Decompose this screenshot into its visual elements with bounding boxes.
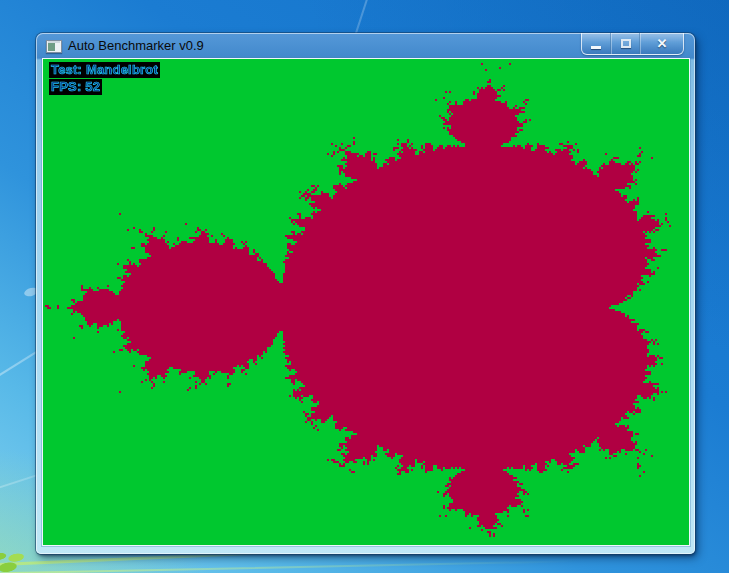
app-icon: [46, 40, 62, 53]
fps-label: FPS: 52: [49, 79, 102, 95]
window-controls: ✕: [581, 33, 684, 55]
desktop: Auto Benchmarker v0.9 ✕ Test: Mandelbrot…: [0, 0, 729, 573]
test-name-label: Test: Mandelbrot: [49, 62, 160, 78]
benchmark-hud: Test: Mandelbrot FPS: 52: [49, 62, 160, 96]
minimize-icon: [591, 46, 601, 49]
app-window: Auto Benchmarker v0.9 ✕ Test: Mandelbrot…: [36, 33, 695, 554]
close-button[interactable]: ✕: [640, 33, 683, 54]
wallpaper-sprout: [0, 537, 37, 573]
window-title: Auto Benchmarker v0.9: [68, 33, 204, 59]
close-icon: ✕: [657, 33, 668, 54]
mandelbrot-canvas: [43, 59, 689, 545]
maximize-icon: [621, 39, 631, 48]
render-viewport: Test: Mandelbrot FPS: 52: [43, 59, 689, 545]
wallpaper-grass-streak: [0, 560, 610, 573]
maximize-button[interactable]: [611, 33, 640, 54]
minimize-button[interactable]: [582, 33, 611, 54]
